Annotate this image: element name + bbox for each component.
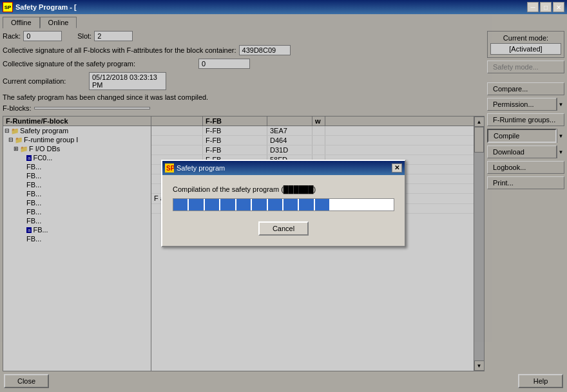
modal-title-icon: SP [165,163,174,173]
progress-seg [189,199,203,210]
close-window-button[interactable]: ✕ [553,2,564,12]
window-title: Safety Program - [ [15,3,77,11]
modal-title-text: Safety program [177,164,225,172]
progress-bar [173,198,394,211]
progress-seg [284,199,298,210]
app-icon: SP [3,2,13,12]
progress-seg-empty [362,199,376,210]
modal-close-button[interactable]: ✕ [392,163,402,173]
modal-title-bar: SP Safety program ✕ [162,161,405,175]
progress-seg [220,199,235,210]
modal-overlay: SP Safety program ✕ Compilation of the s… [0,14,567,392]
progress-seg [205,199,219,210]
modal-buttons: Cancel [173,221,394,236]
progress-fill [173,199,394,210]
maximize-button[interactable]: □ [540,2,552,12]
minimize-button[interactable]: ─ [527,2,539,12]
window-controls: ─ □ ✕ [527,2,564,12]
cancel-button[interactable]: Cancel [258,221,309,236]
progress-seg [268,199,282,210]
progress-seg-empty [331,199,345,210]
progress-seg [252,199,266,210]
modal-dialog: SP Safety program ✕ Compilation of the s… [161,160,406,247]
progress-seg [299,199,313,210]
modal-body: Compilation of the safety program (█████… [162,175,405,246]
modal-title-left: SP Safety program [165,163,225,173]
svg-text:SP: SP [166,165,174,172]
progress-seg [173,199,187,210]
progress-seg-empty [378,199,392,210]
progress-seg-empty [347,199,361,210]
progress-seg [236,199,251,210]
progress-seg [315,199,329,210]
modal-text: Compilation of the safety program (█████… [173,185,394,193]
title-bar: SP Safety Program - [ ─ □ ✕ [0,0,567,14]
